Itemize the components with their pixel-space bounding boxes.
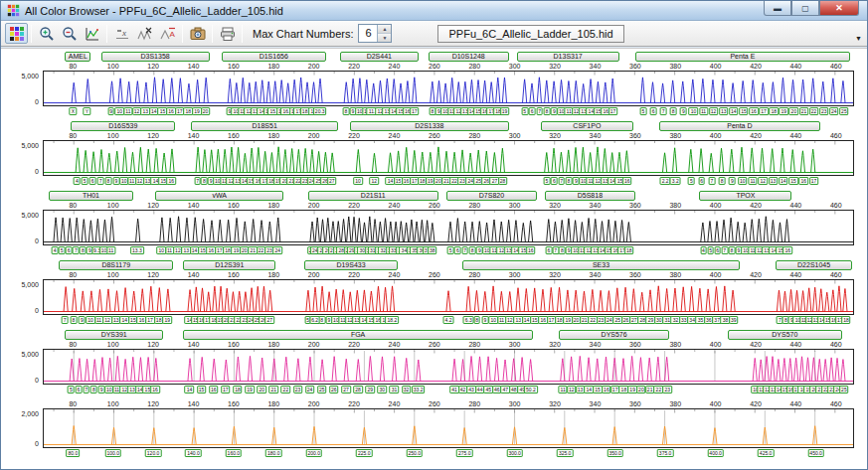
y-axis-zero-label: 0 (1, 98, 39, 105)
sample-tab[interactable]: PPFu_6C_Allelic_Ladder_105.hid (437, 25, 623, 43)
marker-box-tpox[interactable]: TPOX (699, 191, 791, 201)
bp-tick-label: 160 (228, 270, 240, 279)
bp-tick-label: 420 (750, 62, 762, 71)
allele-label: 23 (662, 386, 672, 393)
marker-box-d1s1656[interactable]: D1S1656 (222, 52, 326, 62)
snapshot-button[interactable] (186, 23, 209, 44)
marker-box-d2s1338[interactable]: D2S1338 (350, 121, 509, 131)
allele-label: 19 (500, 107, 510, 115)
zoom-out-button[interactable] (58, 23, 81, 44)
marker-box-dys570[interactable]: DYS570 (728, 330, 842, 340)
bp-tick-label: 340 (590, 62, 602, 71)
bp-axis-row: 8010012014016018020022024026028030032034… (1, 62, 867, 71)
marker-box-se33[interactable]: SE33 (462, 260, 740, 270)
printer-icon (220, 26, 236, 42)
electropherogram-plot[interactable] (43, 279, 854, 315)
scale-chart-button[interactable] (81, 23, 103, 44)
marker-box-d2s441[interactable]: D2S441 (340, 52, 419, 62)
bp-tick-label: 460 (830, 62, 842, 71)
bp-tick-label: 460 (830, 399, 842, 408)
bp-tick-label: 300 (509, 399, 521, 408)
electropherogram-plot[interactable] (43, 71, 854, 106)
marker-box-d18s51[interactable]: D18S51 (191, 121, 337, 131)
bp-tick-label: 160 (228, 62, 240, 71)
allele-label: 8 (473, 316, 480, 324)
marker-box-th01[interactable]: TH01 (49, 191, 133, 201)
allele-label: 6 (714, 246, 721, 254)
all-color-view-button[interactable] (5, 23, 28, 44)
y-axis-max-label: 2,000 (1, 410, 39, 417)
marker-box-d5s818[interactable]: D5S818 (545, 191, 635, 201)
green-trace (44, 147, 853, 173)
allele-label: 7 (660, 107, 667, 115)
plot-wrap: 5,0000 (1, 279, 867, 315)
allele-label: 6 (76, 386, 83, 393)
close-button[interactable]: ✕ (819, 1, 859, 16)
spinner-down-icon[interactable]: ▼ (378, 34, 391, 42)
allele-label: 8 (318, 316, 325, 324)
bp-axis-row: 8010012014016018020022024026028030032034… (1, 270, 867, 279)
print-button[interactable] (216, 23, 239, 44)
y-axis-zero-label: 0 (1, 307, 39, 314)
black-trace (44, 217, 853, 242)
allele-label: 80.0 (66, 449, 80, 457)
marker-box-fga[interactable]: FGA (183, 330, 532, 340)
bp-tick-label: 200 (308, 340, 320, 349)
electropherogram-plot[interactable] (43, 408, 854, 448)
bp-tick-label: 260 (429, 399, 440, 408)
bp-tick-label: 420 (750, 340, 762, 349)
marker-box-d16s539[interactable]: D16S539 (71, 121, 175, 131)
marker-box-d22s1045[interactable]: D22S1045 (776, 260, 852, 270)
electropherogram-plot[interactable] (43, 349, 854, 385)
peaks-x-button[interactable] (133, 23, 156, 44)
allele-label: 6 (66, 246, 73, 254)
minimize-button[interactable]: ▬ (764, 1, 791, 16)
marker-box-penta-d[interactable]: Penta D (659, 121, 820, 131)
electropherogram-plot[interactable] (43, 210, 854, 245)
marker-box-d7s820[interactable]: D7S820 (446, 191, 537, 201)
color-grid-icon (9, 26, 25, 42)
bp-tick-label: 380 (669, 201, 681, 210)
spinner-up-icon[interactable]: ▲ (378, 25, 391, 34)
allele-label: 8 (80, 246, 87, 254)
tab-list-dropdown-icon[interactable]: ▼ (855, 35, 862, 42)
electropherogram-plot[interactable] (43, 140, 854, 176)
marker-box-penta-e[interactable]: Penta E (635, 52, 850, 62)
bp-tick-label: 220 (348, 131, 360, 140)
allele-label: 31 (390, 386, 400, 393)
marker-header-row: TH01vWAD21S11D7S820D5S818TPOX (1, 191, 867, 201)
bp-tick-label: 300 (509, 270, 521, 279)
marker-box-amel[interactable]: AMEL (65, 52, 90, 62)
chart-panel-red: D8S1179D12S391D19S433SE33D22S10458010012… (1, 260, 867, 326)
chart-panel-green: D16S539D18S51D2S1338CSF1POPenta D8010012… (1, 121, 867, 187)
bp-tick-label: 360 (629, 62, 641, 71)
bp-tick-label: 320 (549, 131, 561, 140)
marker-box-d12s391[interactable]: D12S391 (183, 260, 275, 270)
peaks-a-icon: A (160, 26, 176, 42)
zoom-in-button[interactable] (35, 23, 58, 44)
bp-tick-label: 340 (590, 340, 602, 349)
marker-box-d19s433[interactable]: D19S433 (304, 260, 399, 270)
bp-tick-label: 380 (669, 340, 681, 349)
allele-label: 21 (268, 386, 278, 393)
hide-baseline-button[interactable]: x (110, 23, 133, 44)
window-controls: ▬ ▢ ✕ (764, 1, 859, 16)
bp-tick-label: 120 (147, 270, 159, 279)
axis-tick-marks (54, 280, 835, 284)
marker-box-csf1po[interactable]: CSF1PO (541, 121, 633, 131)
marker-box-d3s1358[interactable]: D3S1358 (101, 52, 210, 62)
maximize-button[interactable]: ▢ (791, 1, 819, 16)
allele-label: 12 (709, 107, 719, 115)
marker-box-d8s1179[interactable]: D8S1179 (59, 260, 173, 270)
marker-box-dys391[interactable]: DYS391 (65, 330, 163, 340)
marker-box-d10s1248[interactable]: D10S1248 (429, 52, 509, 62)
marker-box-d21s11[interactable]: D21S11 (308, 191, 438, 201)
marker-box-d13s317[interactable]: D13S317 (517, 52, 619, 62)
allele-label: 7 (461, 246, 468, 254)
marker-box-dys576[interactable]: DYS576 (559, 330, 669, 340)
peaks-a-button[interactable]: A (156, 23, 179, 44)
max-chart-numbers-spinner[interactable]: 6 ▲ ▼ (358, 24, 392, 43)
allele-label: 100.0 (104, 449, 121, 457)
marker-box-vwa[interactable]: vWA (155, 191, 283, 201)
axis-tick-marks (54, 409, 835, 413)
